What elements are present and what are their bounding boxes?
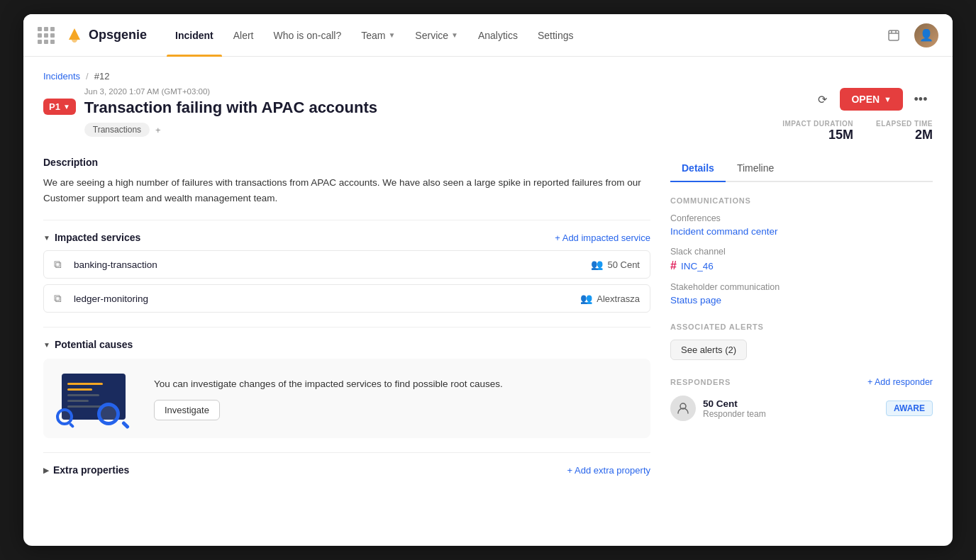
impacted-chevron-icon: ▼: [43, 234, 50, 242]
illus-line-5: [67, 405, 103, 408]
incident-left: P1 ▼ Jun 3, 2020 1:07 AM (GMT+03:00) Tra…: [43, 87, 377, 137]
user-avatar[interactable]: 👤: [914, 23, 938, 47]
priority-badge[interactable]: P1 ▼: [43, 99, 76, 115]
add-tag-button[interactable]: +: [155, 125, 161, 135]
notifications-icon[interactable]: [882, 23, 906, 47]
causes-text: You can investigate changes of the impac…: [154, 377, 503, 391]
potential-causes-header[interactable]: ▼ Potential causes: [43, 339, 650, 350]
service-team-1: 👥 Alextrasza: [580, 293, 640, 304]
main-left: Description We are seeing a high number …: [43, 157, 650, 490]
incident-stats: IMPACT DURATION 15M ELAPSED TIME 2M: [782, 120, 933, 142]
add-extra-property-button[interactable]: + Add extra property: [567, 465, 650, 476]
illus-line-2: [67, 388, 92, 391]
team-icon-0: 👥: [591, 259, 603, 270]
slack-hash-icon: #: [670, 259, 677, 272]
tabs-row: Details Timeline: [670, 157, 933, 182]
nav-service[interactable]: Service▼: [406, 14, 467, 57]
elapsed-time-stat: ELAPSED TIME 2M: [876, 120, 933, 142]
breadcrumb-current: #12: [94, 71, 110, 82]
responder-info-0: 50 Cent Responder team: [703, 398, 879, 419]
divider-3: [43, 452, 650, 453]
nav-who-on-call[interactable]: Who is on-call?: [265, 14, 350, 57]
service-icon-0: ⧉: [54, 258, 67, 271]
nav-team[interactable]: Team▼: [353, 14, 404, 57]
impacted-services-title: Impacted services: [55, 232, 140, 243]
right-panel: Details Timeline COMMUNICATIONS Conferen…: [670, 157, 933, 490]
team-chevron-icon: ▼: [388, 14, 395, 57]
responders-header: RESPONDERS + Add responder: [670, 377, 933, 387]
add-impacted-service-button[interactable]: + Add impacted service: [555, 233, 650, 243]
stakeholder-field: Stakeholder communication Status page: [670, 282, 933, 306]
divider-1: [43, 220, 650, 220]
service-team-0: 👥 50 Cent: [591, 259, 640, 270]
responders-title: RESPONDERS: [670, 378, 731, 386]
nav-items: Incident Alert Who is on-call? Team▼ Ser…: [167, 14, 882, 57]
stakeholder-label: Stakeholder communication: [670, 282, 933, 292]
grid-icon[interactable]: [38, 27, 55, 44]
nav-incident[interactable]: Incident: [167, 14, 222, 57]
add-responder-button[interactable]: + Add responder: [867, 377, 933, 387]
incident-actions: ⟳ OPEN ▼ ••• IMPACT DURATION 15M: [782, 87, 933, 142]
illus-line-1: [67, 383, 103, 385]
impacted-services-header-row: ▼ Impacted services + Add impacted servi…: [43, 232, 650, 243]
logo[interactable]: Opsgenie: [65, 26, 147, 45]
nav-right: 👤: [882, 23, 938, 47]
main-body: Description We are seeing a high number …: [43, 157, 933, 490]
nav-alert[interactable]: Alert: [225, 14, 262, 57]
responder-row-0: 50 Cent Responder team AWARE: [670, 396, 933, 421]
breadcrumb-separator: /: [86, 71, 89, 82]
incident-title: Transaction failing with APAC accounts: [84, 99, 377, 117]
priority-chevron-icon: ▼: [63, 103, 70, 111]
nav-analytics[interactable]: Analytics: [470, 14, 526, 57]
open-status-button[interactable]: OPEN ▼: [840, 88, 903, 111]
incident-tags: Transactions +: [84, 123, 377, 137]
status-page-link[interactable]: Status page: [670, 295, 933, 306]
brand-name: Opsgenie: [89, 28, 147, 43]
incident-date: Jun 3, 2020 1:07 AM (GMT+03:00): [84, 87, 377, 96]
extra-properties-section: ▶ Extra properties + Add extra property: [43, 464, 650, 476]
causes-chevron-icon: ▼: [43, 341, 50, 349]
breadcrumb-parent[interactable]: Incidents: [43, 71, 80, 82]
service-icon-1: ⧉: [54, 292, 67, 305]
team-name-1: Alextrasza: [597, 293, 640, 304]
responders-list: 50 Cent Responder team AWARE: [670, 396, 933, 421]
illus-line-4: [67, 400, 89, 402]
team-name-0: 50 Cent: [607, 259, 640, 270]
extra-properties-header[interactable]: ▶ Extra properties: [43, 464, 129, 476]
incident-header: P1 ▼ Jun 3, 2020 1:07 AM (GMT+03:00) Tra…: [43, 87, 933, 142]
communications-title: COMMUNICATIONS: [670, 196, 933, 205]
slack-field: Slack channel # INC_46: [670, 247, 933, 272]
impact-duration-stat: IMPACT DURATION 15M: [782, 120, 853, 142]
responder-type-0: Responder team: [703, 409, 879, 419]
responder-name-0: 50 Cent: [703, 398, 879, 409]
investigate-button[interactable]: Investigate: [154, 400, 220, 420]
see-alerts-button[interactable]: See alerts (2): [670, 340, 747, 360]
service-name-0: banking-transaction: [74, 259, 591, 270]
conferences-link[interactable]: Incident command center: [670, 226, 933, 237]
description-title: Description: [43, 157, 650, 168]
impacted-services-section: ▼ Impacted services + Add impacted servi…: [43, 232, 650, 313]
tab-details[interactable]: Details: [670, 157, 726, 181]
causes-content: You can investigate changes of the impac…: [43, 359, 650, 438]
slack-channel-link[interactable]: # INC_46: [670, 259, 933, 272]
illus-line-3: [67, 394, 99, 396]
tag-transactions[interactable]: Transactions: [84, 123, 150, 137]
description-text: We are seeing a high number of failures …: [43, 175, 650, 206]
more-actions-button[interactable]: •••: [909, 87, 933, 111]
tab-timeline[interactable]: Timeline: [726, 157, 785, 181]
refresh-button[interactable]: ⟳: [810, 87, 834, 111]
service-row-0: ⧉ banking-transaction 👥 50 Cent: [43, 250, 650, 279]
service-row-1: ⧉ ledger-monitoring 👥 Alextrasza: [43, 284, 650, 313]
conferences-field: Conferences Incident command center: [670, 213, 933, 237]
incident-title-block: Jun 3, 2020 1:07 AM (GMT+03:00) Transact…: [84, 87, 377, 137]
nav-settings[interactable]: Settings: [529, 14, 582, 57]
slack-label: Slack channel: [670, 247, 933, 257]
responders-section: RESPONDERS + Add responder: [670, 377, 933, 421]
divider-2: [43, 327, 650, 327]
extra-props-header: ▶ Extra properties + Add extra property: [43, 464, 650, 476]
impacted-services-header[interactable]: ▼ Impacted services: [43, 232, 140, 243]
breadcrumb: Incidents / #12: [43, 71, 933, 82]
responder-avatar-0: [670, 396, 696, 421]
illus-handle: [121, 421, 130, 430]
illus-circle: [97, 403, 120, 425]
